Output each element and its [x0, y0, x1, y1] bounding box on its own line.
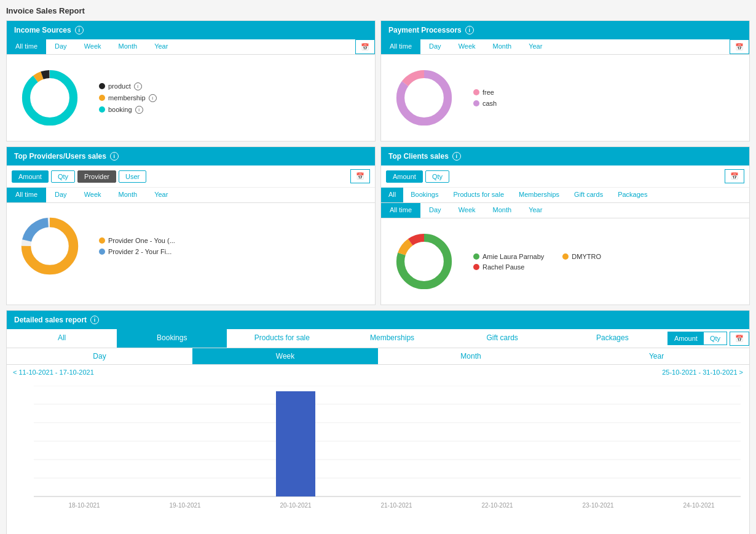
detailed-tab-memberships[interactable]: Memberships [337, 329, 447, 348]
clients-sub-tab-bar: Amount Qty 📅 [381, 165, 749, 188]
clients-filter-bookings[interactable]: Bookings [403, 188, 446, 202]
providers-tab-year[interactable]: Year [146, 188, 176, 202]
svg-text:21-10-2021: 21-10-2021 [380, 502, 412, 509]
clients-donut [387, 225, 461, 298]
providers-amount-btn[interactable]: Amount [12, 170, 49, 183]
income-sources-info-icon[interactable]: i [75, 26, 84, 34]
clients-filter-packages[interactable]: Packages [610, 188, 655, 202]
payment-processors-info-icon[interactable]: i [465, 26, 474, 34]
income-tab-week[interactable]: Week [76, 39, 110, 54]
income-sources-title: Income Sources [14, 26, 71, 34]
detailed-sales-info-icon[interactable]: i [90, 316, 99, 324]
payment-processors-title: Payment Processors [388, 26, 462, 34]
top-providers-panel: Top Providers/Users sales i Amount Qty P… [6, 146, 376, 305]
detailed-tab-giftcards[interactable]: Gift cards [447, 329, 557, 348]
providers-tab-day[interactable]: Day [46, 188, 76, 202]
detailed-tab-bookings[interactable]: Bookings [117, 329, 227, 348]
clients-legend: Amie Laura Parnaby Rachel Pause DMYTRO [473, 253, 601, 271]
income-legend-product: product i [99, 82, 157, 90]
clients-filter-giftcards[interactable]: Gift cards [567, 188, 610, 202]
clients-filter-memberships[interactable]: Memberships [511, 188, 567, 202]
clients-tab-day[interactable]: Day [420, 203, 450, 218]
clients-tab-year[interactable]: Year [520, 203, 551, 218]
chart-nav-row: < 11-10-2021 - 17-10-2021 25-10-2021 - 3… [7, 365, 749, 380]
detailed-sales-header: Detailed sales report i [7, 311, 749, 329]
payment-calendar-button[interactable]: 📅 [730, 39, 749, 54]
middle-row: Top Providers/Users sales i Amount Qty P… [6, 146, 750, 305]
detailed-tab-packages[interactable]: Packages [557, 329, 667, 348]
clients-qty-btn[interactable]: Qty [425, 170, 449, 183]
amie-label: Amie Laura Parnaby [482, 253, 544, 260]
legend-col-left: Amie Laura Parnaby Rachel Pause [473, 253, 544, 271]
booking-label: booking [108, 106, 132, 113]
aq-qty-btn[interactable]: Qty [704, 332, 726, 345]
income-tab-day[interactable]: Day [46, 39, 76, 54]
clients-filter-products[interactable]: Products for sale [446, 188, 512, 202]
income-calendar-button[interactable]: 📅 [355, 39, 375, 54]
providers-user-btn[interactable]: User [119, 170, 146, 183]
legend-col-right: DMYTRO [562, 253, 601, 271]
providers-body: Provider One - You (... Provider 2 - You… [7, 203, 375, 289]
providers-tab-week[interactable]: Week [76, 188, 110, 202]
income-tab-year[interactable]: Year [146, 39, 176, 54]
detailed-time-day[interactable]: Day [7, 348, 192, 364]
detailed-calendar-btn[interactable]: 📅 [730, 332, 749, 346]
income-tab-alltime[interactable]: All time [7, 39, 46, 54]
top-clients-info-icon[interactable]: i [452, 152, 461, 161]
svg-text:24-10-2021: 24-10-2021 [683, 502, 715, 509]
providers-qty-btn[interactable]: Qty [51, 170, 75, 183]
top-providers-info-icon[interactable]: i [110, 152, 119, 161]
payment-tab-alltime[interactable]: All time [381, 39, 420, 54]
top-providers-title: Top Providers/Users sales [14, 152, 106, 161]
providers-tab-alltime[interactable]: All time [7, 188, 46, 202]
payment-tab-day[interactable]: Day [420, 39, 450, 54]
booking-info[interactable]: i [135, 106, 143, 114]
payment-tab-year[interactable]: Year [520, 39, 551, 54]
svg-point-1 [26, 74, 74, 122]
provider1-label: Provider One - You (... [108, 237, 175, 244]
free-dot [473, 89, 479, 95]
providers-tab-month[interactable]: Month [110, 188, 146, 202]
top-clients-panel: Top Clients sales i Amount Qty 📅 All Boo… [380, 146, 750, 305]
clients-amount-btn[interactable]: Amount [386, 170, 423, 183]
payment-donut [387, 61, 461, 135]
detailed-time-month[interactable]: Month [378, 348, 564, 364]
providers-calendar-btn[interactable]: 📅 [350, 169, 370, 183]
amie-dot [473, 253, 479, 260]
detailed-tab-all[interactable]: All [7, 329, 117, 348]
payment-tab-week[interactable]: Week [450, 39, 484, 54]
payment-legend: free cash [473, 89, 497, 107]
top-providers-header: Top Providers/Users sales i [7, 147, 375, 165]
income-sources-body: product i membership i booking i [7, 55, 375, 141]
dmytro-label: DMYTRO [572, 253, 601, 260]
nav-prev[interactable]: < 11-10-2021 - 17-10-2021 [13, 369, 94, 376]
detailed-tab-products[interactable]: Products for sale [227, 329, 337, 348]
membership-label: membership [108, 94, 146, 102]
nav-next[interactable]: 25-10-2021 - 31-10-2021 > [662, 369, 743, 376]
booking-dot [99, 106, 105, 113]
provider1-legend: Provider One - You (... [99, 237, 175, 244]
detailed-time-year[interactable]: Year [564, 348, 749, 364]
detailed-time-tabs: Day Week Month Year [7, 348, 749, 365]
clients-filter-all[interactable]: All [381, 188, 403, 202]
clients-calendar-btn[interactable]: 📅 [725, 169, 744, 183]
providers-provider-btn[interactable]: Provider [77, 170, 116, 183]
rachel-label: Rachel Pause [482, 263, 525, 271]
top-row: Income Sources i All time Day Week Month… [6, 20, 750, 141]
aq-amount-btn[interactable]: Amount [668, 332, 704, 345]
membership-dot [99, 95, 105, 101]
income-tab-month[interactable]: Month [110, 39, 146, 54]
clients-tab-week[interactable]: Week [450, 203, 484, 218]
clients-body: Amie Laura Parnaby Rachel Pause DMYTRO [381, 218, 749, 305]
svg-text:22-10-2021: 22-10-2021 [481, 502, 513, 509]
providers-time-tab-bar: All time Day Week Month Year [7, 188, 375, 203]
payment-tab-month[interactable]: Month [484, 39, 521, 54]
income-legend: product i membership i booking i [99, 82, 157, 114]
clients-tab-alltime[interactable]: All time [381, 203, 420, 218]
detailed-time-week[interactable]: Week [192, 348, 378, 364]
clients-tab-month[interactable]: Month [484, 203, 521, 218]
product-info[interactable]: i [134, 82, 142, 90]
free-label: free [482, 89, 494, 96]
membership-info[interactable]: i [149, 94, 157, 102]
dmytro-dot [562, 253, 569, 260]
